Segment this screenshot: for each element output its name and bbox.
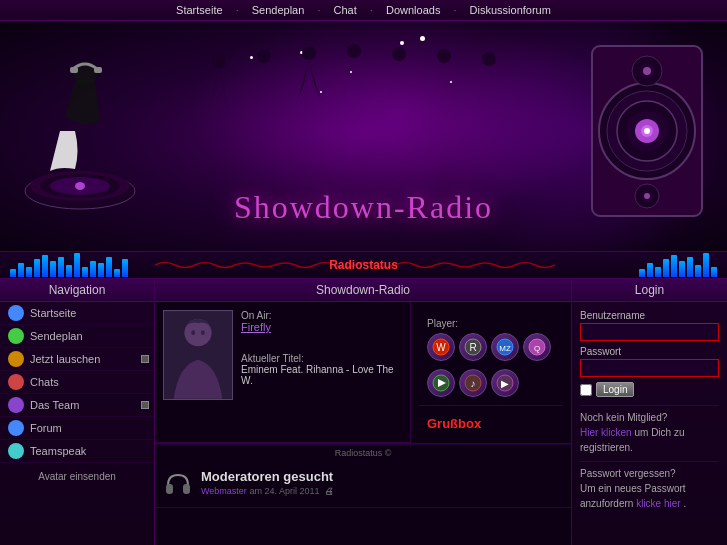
player-label: Player: bbox=[427, 318, 555, 329]
audio-bar bbox=[82, 267, 88, 277]
main-columns: Navigation Startseite Sendeplan Jetzt la… bbox=[0, 279, 727, 545]
avatar-section[interactable]: Avatar einsenden bbox=[0, 463, 154, 490]
player-btn-1[interactable]: W bbox=[427, 333, 455, 361]
svg-text:Q: Q bbox=[534, 344, 540, 353]
svg-rect-7 bbox=[94, 67, 102, 73]
username-label: Benutzername bbox=[580, 310, 719, 321]
onair-inner: On Air: Firefly Aktueller Titel: Eminem … bbox=[163, 310, 402, 400]
moderatoren-info: Moderatoren gesucht Webmaster am 24. Apr… bbox=[201, 469, 334, 496]
grussbox[interactable]: Grußbox bbox=[419, 412, 563, 435]
nav-sep-3: · bbox=[370, 4, 373, 16]
onair-track-name: Eminem Feat. Rihanna - Love The W. bbox=[241, 364, 402, 386]
audio-bar bbox=[711, 267, 717, 277]
username-input[interactable] bbox=[580, 323, 719, 341]
mod-title: Moderatoren gesucht bbox=[201, 469, 334, 484]
onair-dj-name[interactable]: Firefly bbox=[241, 321, 402, 333]
sidebar-item-team[interactable]: Das Team bbox=[0, 394, 154, 417]
audio-bar bbox=[42, 255, 48, 277]
click-here-link[interactable]: klicke hier bbox=[636, 498, 680, 509]
player-btn-7[interactable]: ▶ bbox=[491, 369, 519, 397]
remember-checkbox[interactable] bbox=[580, 384, 592, 396]
audio-bar bbox=[18, 263, 24, 277]
sidebar-item-chats[interactable]: Chats bbox=[0, 371, 154, 394]
nav-diskussion[interactable]: Diskussionforum bbox=[470, 4, 551, 16]
svg-point-32 bbox=[201, 330, 205, 335]
sidebar-item-sendeplan[interactable]: Sendeplan bbox=[0, 325, 154, 348]
login-button[interactable]: Login bbox=[596, 382, 634, 397]
onair-section: On Air: Firefly Aktueller Titel: Eminem … bbox=[155, 302, 411, 443]
nav-downloads[interactable]: Downloads bbox=[386, 4, 440, 16]
password-label: Passwort bbox=[580, 346, 719, 357]
header-banner: Showdown-Radio bbox=[0, 21, 727, 251]
mod-meta: Webmaster am 24. April 2011 🖨 bbox=[201, 486, 334, 496]
sidebar-team-label: Das Team bbox=[30, 399, 79, 411]
sidebar-item-lauschen[interactable]: Jetzt lauschen bbox=[0, 348, 154, 371]
audio-bar bbox=[58, 257, 64, 277]
audio-bar bbox=[74, 253, 80, 277]
teamspeak-icon bbox=[8, 443, 24, 459]
svg-point-25 bbox=[643, 67, 651, 75]
nav-sendeplan[interactable]: Sendeplan bbox=[252, 4, 305, 16]
sidebar-item-startseite[interactable]: Startseite bbox=[0, 302, 154, 325]
sidebar-teamspeak-label: Teamspeak bbox=[30, 445, 86, 457]
svg-rect-6 bbox=[70, 67, 78, 73]
svg-text:W: W bbox=[436, 342, 446, 353]
avatar-label: Avatar einsenden bbox=[38, 471, 116, 482]
audio-bar bbox=[671, 255, 677, 277]
login-form: Benutzername Passwort Login Noch kein Mi… bbox=[572, 302, 727, 525]
lauschen-icon bbox=[8, 351, 24, 367]
svg-point-13 bbox=[437, 49, 451, 63]
svg-point-14 bbox=[482, 52, 496, 66]
right-sidebar: Login Benutzername Passwort Login Noch k… bbox=[572, 279, 727, 545]
audio-bars-left bbox=[0, 251, 155, 279]
register-link[interactable]: Hier klicken bbox=[580, 427, 632, 438]
sidebar-item-teamspeak[interactable]: Teamspeak bbox=[0, 440, 154, 463]
svg-point-11 bbox=[347, 44, 361, 58]
login-divider-1 bbox=[580, 405, 719, 406]
webmaster-link[interactable]: Webmaster bbox=[201, 486, 247, 496]
left-sidebar: Navigation Startseite Sendeplan Jetzt la… bbox=[0, 279, 155, 545]
audio-bar bbox=[66, 265, 72, 277]
player-btn-5[interactable] bbox=[427, 369, 455, 397]
forgot-pass-text: Passwort vergessen? Um ein neues Passwor… bbox=[580, 466, 719, 511]
nav-sep-2: · bbox=[317, 4, 320, 16]
sidebar-sendeplan-label: Sendeplan bbox=[30, 330, 83, 342]
svg-point-28 bbox=[644, 193, 650, 199]
team-icon bbox=[8, 397, 24, 413]
svg-text:MZ: MZ bbox=[499, 344, 511, 353]
speaker-figure bbox=[587, 41, 707, 221]
svg-point-4 bbox=[75, 182, 85, 190]
audio-bar bbox=[50, 261, 56, 277]
player-section: Player: W R MZ Q bbox=[419, 310, 563, 406]
sidebar-item-forum[interactable]: Forum bbox=[0, 417, 154, 440]
no-member-text: Noch kein Mitglied? Hier klicken um Dich… bbox=[580, 410, 719, 455]
svg-point-30 bbox=[184, 319, 211, 346]
sidebar-startseite-label: Startseite bbox=[30, 307, 76, 319]
player-btn-3[interactable]: MZ bbox=[491, 333, 519, 361]
nav-chat[interactable]: Chat bbox=[334, 4, 357, 16]
radiostatus-label: Radiostatus bbox=[329, 258, 398, 272]
svg-text:♪: ♪ bbox=[471, 378, 476, 389]
audio-bar bbox=[114, 269, 120, 277]
password-input[interactable] bbox=[580, 359, 719, 377]
moderatoren-section: Moderatoren gesucht Webmaster am 24. Apr… bbox=[155, 461, 571, 508]
player-btn-2[interactable]: R bbox=[459, 333, 487, 361]
audio-bar bbox=[26, 267, 32, 277]
audio-bar bbox=[647, 263, 653, 277]
nav-sep-1: · bbox=[236, 4, 239, 16]
sidebar-forum-label: Forum bbox=[30, 422, 62, 434]
sidebar-header: Navigation bbox=[0, 279, 154, 302]
svg-point-31 bbox=[191, 330, 195, 335]
dancers-silhouettes bbox=[189, 41, 539, 161]
forum-icon bbox=[8, 420, 24, 436]
audio-bar bbox=[655, 267, 661, 277]
svg-point-10 bbox=[302, 46, 316, 60]
player-btn-4[interactable]: Q bbox=[523, 333, 551, 361]
audio-bar bbox=[687, 257, 693, 277]
player-gruss-col: Player: W R MZ Q bbox=[411, 302, 571, 443]
audio-bar bbox=[34, 259, 40, 277]
headphone-icon bbox=[163, 469, 193, 499]
audio-bar bbox=[106, 257, 112, 277]
nav-startseite[interactable]: Startseite bbox=[176, 4, 222, 16]
player-btn-6[interactable]: ♪ bbox=[459, 369, 487, 397]
